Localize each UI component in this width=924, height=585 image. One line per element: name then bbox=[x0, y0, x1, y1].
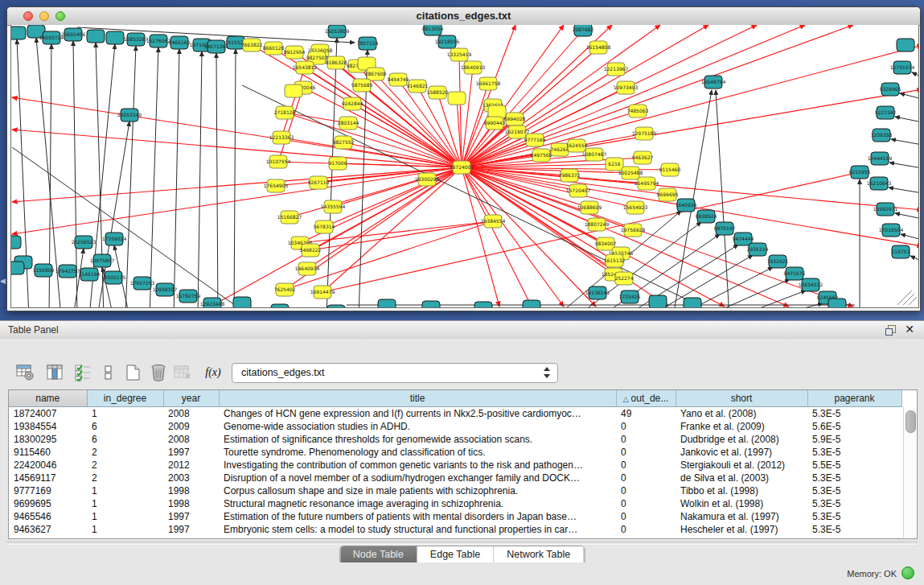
graph-node-teal[interactable] bbox=[828, 299, 846, 307]
table-cell[interactable]: 1998 bbox=[163, 497, 219, 510]
table-cell[interactable]: Franke et al. (2009) bbox=[676, 420, 807, 433]
graph-node-teal[interactable]: 15718485 bbox=[324, 305, 349, 307]
table-cell[interactable]: 2 bbox=[87, 459, 163, 472]
graph-node-teal[interactable]: 15276062 bbox=[146, 35, 171, 47]
table-row[interactable]: 911546021997Tourette syndrome. Phenomeno… bbox=[9, 446, 901, 459]
graph-node-teal[interactable]: 19218506 bbox=[435, 35, 460, 48]
graph-node-yellow[interactable]: 16961758 bbox=[476, 77, 501, 90]
table-cell[interactable]: 1998 bbox=[163, 484, 219, 497]
graph-node-teal[interactable] bbox=[233, 297, 251, 307]
table-cell[interactable]: 0 bbox=[616, 420, 676, 433]
table-cell[interactable]: de Silva et al. (2003) bbox=[676, 472, 807, 484]
table-cell[interactable]: 1 bbox=[87, 497, 163, 510]
graph-node-teal[interactable]: 1640934 bbox=[676, 199, 697, 212]
graph-node-yellow[interactable]: 18640910 bbox=[461, 61, 486, 74]
table-cell[interactable]: 2 bbox=[87, 446, 163, 459]
table-cell[interactable]: 9699695 bbox=[9, 497, 87, 510]
table-row[interactable]: 946362711997Embryonic stem cells: a mode… bbox=[9, 523, 901, 536]
table-cell[interactable]: 5.5E-5 bbox=[807, 459, 901, 472]
table-cell[interactable]: 1 bbox=[87, 510, 163, 523]
table-cell[interactable]: Stergiakouli et al. (2012) bbox=[676, 459, 807, 472]
table-cell[interactable]: 9463627 bbox=[9, 523, 87, 536]
graph-node-yellow[interactable]: 252274 bbox=[615, 272, 634, 285]
table-cell[interactable]: 2009 bbox=[163, 420, 219, 433]
tab-network-table[interactable]: Network Table bbox=[494, 546, 584, 564]
column-header-in_degree[interactable]: in_degree bbox=[87, 390, 163, 407]
graph-node-teal[interactable]: 17016504 bbox=[879, 224, 904, 237]
graph-node-yellow[interactable]: 7625402 bbox=[274, 283, 296, 296]
graph-node-yellow[interactable]: 12213363 bbox=[269, 131, 294, 144]
graph-node-teal[interactable]: 20053340 bbox=[117, 109, 142, 122]
graph-node-teal[interactable]: 1145194 bbox=[79, 268, 101, 281]
graph-node-yellow[interactable]: 9115460 bbox=[659, 163, 681, 176]
graph-node-teal[interactable]: 14136141 bbox=[585, 286, 610, 299]
graph-node-teal[interactable]: 9227342 bbox=[875, 106, 897, 119]
graph-node-yellow[interactable]: 18724007 bbox=[450, 161, 474, 174]
table-cell[interactable]: Wolkin et al. (1998) bbox=[676, 497, 807, 510]
graph-node-yellow[interactable]: 10688609 bbox=[577, 201, 602, 214]
table-cell[interactable]: 2008 bbox=[163, 407, 219, 421]
window-titlebar[interactable]: citations_edges.txt bbox=[7, 7, 920, 26]
graph-node-yellow[interactable]: 13325419 bbox=[447, 48, 472, 61]
graph-node-teal[interactable] bbox=[11, 236, 21, 249]
table-cell[interactable]: 1997 bbox=[163, 523, 219, 536]
function-builder-button[interactable]: f(x) bbox=[199, 362, 227, 383]
tab-node-table[interactable]: Node Table bbox=[340, 546, 417, 564]
graph-node-teal[interactable]: 8471676 bbox=[784, 267, 806, 280]
graph-node-teal[interactable] bbox=[422, 301, 440, 307]
column-header-pagerank[interactable]: pagerank bbox=[807, 390, 901, 407]
graph-node-teal[interactable]: 16053809 bbox=[325, 25, 350, 38]
graph-node-yellow[interactable]: 15495794 bbox=[634, 177, 659, 190]
table-cell[interactable]: 1997 bbox=[163, 510, 219, 523]
table-cell[interactable]: 5.3E-5 bbox=[807, 510, 901, 523]
table-cell[interactable]: 9115460 bbox=[9, 446, 87, 459]
table-cell[interactable]: 0 bbox=[616, 459, 676, 472]
graph-node-teal[interactable] bbox=[684, 298, 701, 307]
table-cell[interactable]: 2003 bbox=[163, 472, 219, 484]
table-cell[interactable]: Embryonic stem cells: a model to study s… bbox=[219, 523, 616, 536]
graph-node-teal[interactable] bbox=[897, 39, 914, 51]
table-cell[interactable]: Changes of HCN gene expression and I(f) … bbox=[219, 407, 616, 421]
graph-node-yellow[interactable] bbox=[448, 92, 466, 105]
node-table[interactable]: namein_degreeyeartitle△out_de...shortpag… bbox=[8, 389, 918, 539]
graph-node-teal[interactable]: 16210643 bbox=[867, 177, 892, 190]
table-cell[interactable]: 9777169 bbox=[9, 484, 87, 497]
tab-edge-table[interactable]: Edge Table bbox=[417, 546, 494, 564]
graph-node-yellow[interactable]: 7663822 bbox=[241, 39, 263, 51]
network-graph-canvas[interactable]: 1405572420691406108532871527606264661601… bbox=[10, 25, 919, 308]
graph-node-yellow[interactable]: 19384554 bbox=[481, 215, 506, 228]
table-cell[interactable]: Genome-wide association studies in ADHD. bbox=[219, 420, 616, 433]
graph-node-yellow[interactable]: 6497568 bbox=[531, 149, 552, 162]
graph-node-yellow[interactable]: 9463627 bbox=[632, 151, 654, 164]
table-cell[interactable]: Hescheler et al. (1997) bbox=[676, 523, 807, 536]
table-mode-button[interactable] bbox=[14, 362, 35, 383]
graph-node-yellow[interactable]: 16154808 bbox=[586, 41, 611, 54]
table-cell[interactable]: 1 bbox=[87, 484, 163, 497]
table-cell[interactable]: 9465546 bbox=[9, 510, 87, 523]
graph-node-teal[interactable]: 7932621 bbox=[767, 255, 789, 268]
float-panel-icon[interactable] bbox=[885, 325, 895, 335]
graph-node-yellow[interactable]: 19756928 bbox=[621, 224, 646, 237]
graph-node-yellow[interactable]: 15654923 bbox=[623, 201, 648, 214]
graph-node-yellow[interactable]: 9827552 bbox=[333, 136, 355, 149]
show-columns-button[interactable] bbox=[44, 362, 65, 383]
graph-node-yellow[interactable]: 2803144 bbox=[338, 117, 359, 130]
graph-node-yellow[interactable]: 8186328 bbox=[326, 56, 347, 69]
graph-node-teal[interactable]: 12923448 bbox=[200, 298, 225, 307]
table-cell[interactable]: 0 bbox=[616, 484, 676, 497]
graph-node-teal[interactable] bbox=[474, 302, 492, 307]
graph-node-yellow[interactable] bbox=[285, 84, 302, 97]
collapse-handle-icon[interactable]: ◀ bbox=[0, 277, 6, 285]
graph-node-teal[interactable]: 10958107 bbox=[153, 283, 178, 296]
graph-node-yellow[interactable]: 10973493 bbox=[614, 81, 639, 94]
graph-node-teal[interactable]: 17359024 bbox=[102, 233, 127, 245]
delete-table-button[interactable] bbox=[172, 362, 193, 383]
graph-node-yellow[interactable]: 14355594 bbox=[321, 200, 346, 213]
table-row[interactable]: 977716911998Corpus callosum shape and si… bbox=[9, 484, 901, 497]
graph-node-teal[interactable] bbox=[523, 300, 540, 307]
graph-node-yellow[interactable]: 5498222 bbox=[300, 244, 322, 257]
graph-node-teal[interactable] bbox=[87, 30, 105, 43]
graph-node-teal[interactable]: 10853287 bbox=[124, 33, 149, 46]
graph-node-teal[interactable]: 6879197 bbox=[714, 222, 736, 235]
table-cell[interactable]: Estimation of the future numbers of pati… bbox=[219, 510, 616, 523]
